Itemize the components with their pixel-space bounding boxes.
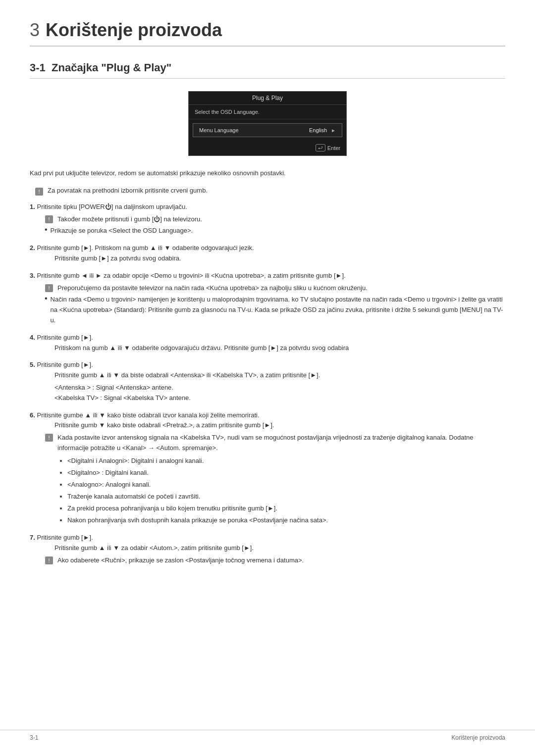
step-4-number: 4.: [30, 334, 35, 341]
step-1: 1. Pritisnite tipku [POWER⏻] na daljinsk…: [30, 202, 505, 236]
svg-text:!: !: [48, 216, 50, 222]
step-5: 5. Pritisnite gumb [►]. Pritisnite gumb …: [30, 360, 505, 403]
osd-arrow-icon: ►: [331, 128, 336, 133]
svg-text:!: !: [38, 189, 40, 195]
step-1-sub-2: • Prikazuje se poruka <Select the OSD La…: [45, 226, 505, 236]
step-5-number: 5.: [30, 361, 35, 368]
step-6-number: 6.: [30, 411, 35, 419]
step-6-bullet-6: Nakon pohranjivanja svih dostupnih kanal…: [67, 515, 505, 526]
step-1-sub-1: ! Također možete pritisnuti i gumb [⏻] n…: [45, 214, 505, 225]
note-icon-s6: !: [45, 433, 54, 442]
osd-dialog-footer: ⮐ Enter: [189, 141, 346, 155]
osd-enter-label: Enter: [327, 145, 340, 151]
step-7-text: Pritisnite gumb [►].: [37, 534, 93, 541]
step-3-number: 3.: [30, 272, 35, 279]
osd-dialog-subtitle: Select the OSD Language.: [189, 105, 346, 119]
step-4: 4. Pritisnite gumb [►]. Pritiskom na gum…: [30, 333, 505, 353]
enter-icon: ⮐: [316, 144, 325, 151]
intro-text: Kad prvi put uključite televizor, redom …: [30, 168, 505, 179]
note-text-1: Za povratak na prethodni izbornik pritis…: [48, 187, 208, 194]
step-1-sub-2-text: Prikazuje se poruka <Select the OSD Lang…: [51, 226, 193, 236]
step-4-text: Pritisnite gumb [►].: [37, 334, 93, 341]
note-icon-s3: !: [45, 284, 54, 293]
note-icon-s1: !: [45, 215, 54, 224]
steps-container: 1. Pritisnite tipku [POWER⏻] na daljinsk…: [30, 202, 505, 566]
step-5-cont: Pritisnite gumb ▲ ili ▼ da biste odabral…: [54, 370, 505, 381]
step-1-text: Pritisnite tipku [POWER⏻] na daljinskom …: [37, 203, 187, 210]
step-6-bullet-4: Traženje kanala automatski će početi i z…: [67, 491, 505, 502]
section-title-text: Značajka "Plug & Play": [52, 61, 171, 74]
svg-text:!: !: [48, 285, 50, 291]
footer-chapter: Korištenje proizvoda: [451, 734, 505, 741]
step-3-sub-1: ! Preporučujemo da postavite televizor n…: [45, 283, 505, 294]
step-3-sub-2-text: Način rada <Demo u trgovini> namijenjen …: [51, 295, 505, 325]
step-6-note: ! Kada postavite izvor antenskog signala…: [45, 433, 505, 454]
section-title: 3-1 Značajka "Plug & Play": [30, 61, 505, 79]
step-6-bullet-3: <Analogno>: Analogni kanali.: [67, 479, 505, 490]
step-2-text: Pritisnite gumb [►]. Pritiskom na gumb ▲…: [37, 244, 254, 252]
step-3-text: Pritisnite gumb ◄ ili ► za odabir opcije…: [37, 272, 345, 279]
step-3: 3. Pritisnite gumb ◄ ili ► za odabir opc…: [30, 271, 505, 326]
osd-dialog-row: Menu Language English ►: [193, 123, 342, 137]
step-6: 6. Pritisnite gumbe ▲ ili ▼ kako biste o…: [30, 410, 505, 526]
step-1-sub-1-text: Također možete pritisnuti i gumb [⏻] na …: [57, 214, 202, 225]
step-7-note-text: Ako odaberete <Ručni>, prikazuje se zasl…: [57, 555, 304, 566]
section-number: 3-1: [30, 61, 46, 74]
step-2: 2. Pritisnite gumb [►]. Pritiskom na gum…: [30, 243, 505, 264]
osd-menu-language-label: Menu Language: [199, 127, 309, 133]
osd-menu-language-value: English: [309, 127, 327, 133]
chapter-number: 3: [30, 20, 40, 40]
svg-text:!: !: [48, 557, 50, 563]
footer-page: 3-1: [30, 734, 38, 741]
step-6-cont: Pritisnite gumb ▼ kako biste odabrali <P…: [54, 420, 505, 431]
osd-dialog-wrapper: Plug & Play Select the OSD Language. Men…: [30, 91, 505, 156]
note-block-1: ! Za povratak na prethodni izbornik prit…: [30, 187, 505, 196]
step-6-text: Pritisnite gumbe ▲ ili ▼ kako biste odab…: [37, 411, 259, 419]
step-6-bullet-1: <Digitalni i Analogni>: Digitalni i anal…: [67, 455, 505, 466]
step-7: 7. Pritisnite gumb [►]. Pritisnite gumb …: [30, 533, 505, 565]
chapter-title: 3Korištenje proizvoda: [30, 20, 505, 47]
note-icon-1: !: [35, 187, 44, 196]
step-6-bullets: <Digitalni i Analogni>: Digitalni i anal…: [57, 455, 505, 526]
step-6-note-text: Kada postavite izvor antenskog signala n…: [57, 433, 505, 454]
step-2-cont: Pritisnite gumb [►] za potvrdu svog odab…: [54, 253, 505, 264]
step-3-sub-2: • Način rada <Demo u trgovini> namijenje…: [45, 295, 505, 325]
step-5-sub-2: <Kabelska TV> : Signal <Kabelska TV> ant…: [54, 393, 505, 403]
step-4-cont: Pritiskom na gumb ▲ ili ▼ odaberite odgo…: [54, 343, 505, 353]
step-1-number: 1.: [30, 203, 35, 210]
page-footer: 3-1 Korištenje proizvoda: [0, 730, 535, 741]
step-2-number: 2.: [30, 244, 35, 252]
step-5-text: Pritisnite gumb [►].: [37, 361, 93, 368]
osd-dialog-title: Plug & Play: [189, 92, 346, 105]
svg-text:!: !: [48, 435, 50, 441]
step-5-sub-1: <Antenska > : Signal <Antenska> antene.: [54, 383, 505, 393]
step-3-sub-1-text: Preporučujemo da postavite televizor na …: [57, 283, 368, 294]
note-icon-s7: !: [45, 556, 54, 565]
step-7-number: 7.: [30, 534, 35, 541]
step-6-bullet-2: <Digitalno> : Digitalni kanali.: [67, 467, 505, 478]
step-7-cont: Pritisnite gumb ▲ ili ▼ za odabir <Autom…: [54, 543, 505, 554]
chapter-title-text: Korištenje proizvoda: [46, 20, 222, 40]
step-6-bullet-5: Za prekid procesa pohranjivanja u bilo k…: [67, 503, 505, 514]
step-7-note: ! Ako odaberete <Ručni>, prikazuje se za…: [45, 555, 505, 566]
osd-dialog: Plug & Play Select the OSD Language. Men…: [188, 91, 347, 156]
